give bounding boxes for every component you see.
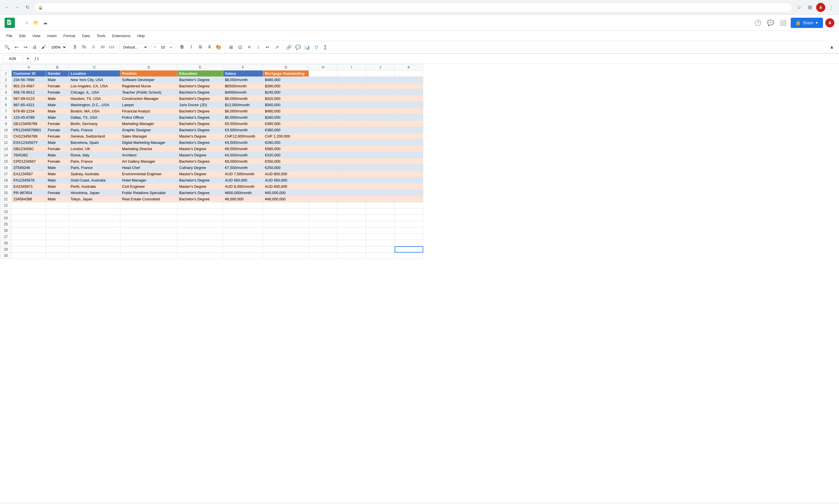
sheet-grid[interactable]: A B C D E F G H I J K 1Customer IDGender… <box>0 64 839 503</box>
cell[interactable]: Environmental Engineer <box>120 171 177 177</box>
cell[interactable] <box>12 228 46 234</box>
decrease-decimal-btn[interactable]: .0 <box>89 43 98 51</box>
format-123-btn[interactable]: 123 <box>107 43 116 51</box>
fill-color-btn[interactable]: 🎨 <box>214 43 223 51</box>
color-btn[interactable]: A <box>205 43 214 51</box>
cell[interactable] <box>223 240 263 246</box>
folder-button[interactable]: 📁 <box>32 19 40 27</box>
cell[interactable] <box>338 171 366 177</box>
cell[interactable]: Male <box>46 152 69 158</box>
cell[interactable] <box>338 234 366 240</box>
cell[interactable] <box>46 202 69 209</box>
cell[interactable] <box>395 152 423 158</box>
row-number[interactable]: 26 <box>0 228 12 234</box>
cell[interactable] <box>338 121 366 127</box>
cell[interactable] <box>309 246 338 253</box>
rotate-btn[interactable]: ↗ <box>272 43 281 51</box>
cell[interactable] <box>69 202 120 209</box>
back-button[interactable]: ← <box>3 3 11 12</box>
cell[interactable] <box>46 221 69 228</box>
col-header-i[interactable]: I <box>338 64 366 71</box>
cell[interactable]: CHF 1,200,000 <box>263 133 309 140</box>
cell[interactable] <box>395 114 423 121</box>
cell[interactable] <box>338 146 366 152</box>
row-number[interactable]: 29 <box>0 246 12 253</box>
cell[interactable] <box>395 127 423 133</box>
merge-btn[interactable]: ⊡ <box>236 43 244 51</box>
cell[interactable] <box>338 165 366 171</box>
cell[interactable] <box>366 108 395 114</box>
cell[interactable]: Hiroshima, Japan <box>69 190 120 196</box>
cell[interactable] <box>46 246 69 253</box>
cell[interactable]: Female <box>46 146 69 152</box>
cell[interactable] <box>338 133 366 140</box>
cell[interactable] <box>309 114 338 121</box>
cell[interactable] <box>338 196 366 202</box>
cell[interactable]: Digital Marketing Manager <box>120 140 177 146</box>
cell[interactable]: GB123456C <box>12 146 46 152</box>
cell[interactable] <box>12 240 46 246</box>
menu-edit[interactable]: Edit <box>16 33 29 39</box>
cell[interactable] <box>338 152 366 158</box>
cell[interactable]: Washington, D.C., USA <box>69 102 120 108</box>
cloud-button[interactable]: ☁ <box>41 19 49 27</box>
cell[interactable]: New York City, USA <box>69 77 120 83</box>
cell[interactable]: Dallas, TX, USA <box>69 114 120 121</box>
cell[interactable]: Location <box>69 71 120 77</box>
cell[interactable] <box>366 102 395 108</box>
row-number[interactable]: 12 <box>0 140 12 146</box>
cell[interactable]: Paris, France <box>69 158 120 165</box>
cell[interactable]: Paris, France <box>69 165 120 171</box>
user-profile-avatar[interactable]: A <box>825 18 835 28</box>
cell[interactable] <box>263 246 309 253</box>
cell[interactable] <box>366 71 395 77</box>
cell[interactable] <box>263 253 309 259</box>
cell[interactable]: 901-23-4567 <box>12 83 46 89</box>
cell[interactable]: Male <box>46 171 69 177</box>
cell[interactable]: CPD1234567 <box>12 158 46 165</box>
cell[interactable]: AUD 7,500/month <box>223 171 263 177</box>
cell[interactable]: €7,500/month <box>223 165 263 171</box>
cell[interactable] <box>223 215 263 221</box>
cell[interactable] <box>395 183 423 190</box>
row-number[interactable]: 16 <box>0 165 12 171</box>
cell[interactable] <box>338 71 366 77</box>
cell[interactable] <box>309 146 338 152</box>
cell[interactable] <box>120 209 177 215</box>
cell[interactable]: Male <box>46 165 69 171</box>
cell[interactable]: Female <box>46 133 69 140</box>
row-number[interactable]: 28 <box>0 240 12 246</box>
strikethrough-btn[interactable]: S <box>196 43 205 51</box>
cell[interactable] <box>395 140 423 146</box>
cell[interactable] <box>69 209 120 215</box>
share-button[interactable]: 🔒 Share ▼ <box>791 18 823 28</box>
cell[interactable] <box>338 89 366 96</box>
cell[interactable] <box>366 127 395 133</box>
cell[interactable] <box>309 127 338 133</box>
cell[interactable] <box>69 253 120 259</box>
row-number[interactable]: 3 <box>0 83 12 89</box>
col-header-c[interactable]: C <box>69 64 120 71</box>
cell[interactable] <box>223 202 263 209</box>
row-number[interactable]: 9 <box>0 121 12 127</box>
row-number[interactable]: 2 <box>0 77 12 83</box>
cell[interactable] <box>120 253 177 259</box>
menu-format[interactable]: Format <box>60 33 79 39</box>
cell[interactable]: 456-78-9012 <box>12 89 46 96</box>
formula-input[interactable] <box>42 55 837 62</box>
cell[interactable]: Bachelor's Degree <box>177 83 223 89</box>
cell[interactable] <box>366 158 395 165</box>
cell[interactable] <box>395 240 423 246</box>
col-header-f[interactable]: F <box>223 64 263 71</box>
cell[interactable]: AUD 8,000/month <box>223 183 263 190</box>
col-header-h[interactable]: H <box>309 64 338 71</box>
cell[interactable] <box>177 221 223 228</box>
cell[interactable]: €8,000/month <box>223 158 263 165</box>
cell[interactable]: $12,000/month <box>223 102 263 108</box>
cell[interactable] <box>223 221 263 228</box>
row-number[interactable]: 14 <box>0 152 12 158</box>
cell[interactable] <box>263 202 309 209</box>
cell[interactable] <box>309 96 338 102</box>
cell[interactable] <box>366 77 395 83</box>
cell[interactable] <box>46 234 69 240</box>
